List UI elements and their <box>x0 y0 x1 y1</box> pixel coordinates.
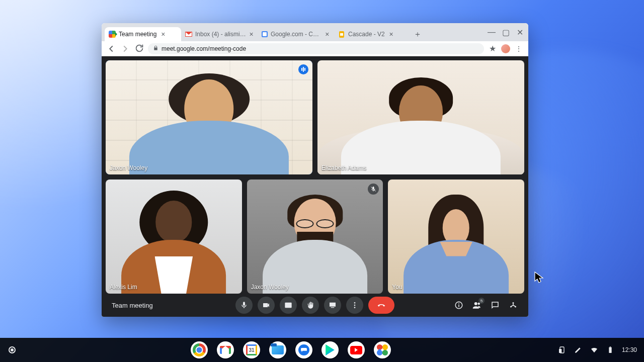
profile-avatar[interactable] <box>501 44 510 53</box>
url-text: meet.google.com/meeting-code <box>162 45 246 52</box>
app-calendar[interactable]: 31 <box>243 341 260 358</box>
chromeos-shelf: 31 12:30 <box>0 338 644 362</box>
raise-hand-button[interactable] <box>302 297 319 314</box>
app-files[interactable] <box>269 341 286 358</box>
present-button[interactable] <box>324 297 341 314</box>
tab-calendar[interactable]: Google.com - Calendar × <box>258 27 334 41</box>
svg-rect-13 <box>559 349 561 353</box>
phone-hub-icon[interactable] <box>557 345 567 354</box>
meet-icon <box>109 31 116 38</box>
svg-point-3 <box>354 307 356 308</box>
browser-toolbar: meet.google.com/meeting-code ★ ⋮ <box>102 41 528 56</box>
more-options-button[interactable] <box>346 297 363 314</box>
app-play-store[interactable] <box>321 341 339 358</box>
meet-controls-bar: Team meeting <box>106 294 524 317</box>
mouse-cursor <box>534 272 544 287</box>
svg-rect-5 <box>458 305 459 307</box>
address-bar[interactable]: meet.google.com/meeting-code <box>148 43 484 54</box>
activities-button[interactable] <box>508 300 518 310</box>
video-tile-self[interactable]: You <box>388 179 524 294</box>
captions-button[interactable] <box>280 297 297 314</box>
people-button[interactable]: 5 <box>472 300 482 310</box>
video-grid: Jaxon Wooley Elizabeth Adams Alexis <box>106 60 524 294</box>
close-icon[interactable]: × <box>325 31 330 38</box>
forward-button[interactable] <box>120 43 131 54</box>
hang-up-button[interactable] <box>368 297 394 314</box>
stylus-icon[interactable] <box>574 345 583 354</box>
tab-cascade[interactable]: Cascade - V2 × <box>334 27 411 41</box>
close-icon[interactable]: × <box>159 31 167 38</box>
participant-name: Alexis Lim <box>110 284 137 291</box>
window-controls: — ▢ ✕ <box>485 23 526 41</box>
tab-label: Cascade - V2 <box>348 31 385 38</box>
meeting-title: Team meeting <box>112 302 153 309</box>
tab-label: Google.com - Calendar <box>271 31 321 38</box>
back-button[interactable] <box>106 43 117 54</box>
close-icon[interactable]: × <box>388 31 395 38</box>
participant-name: You <box>392 284 402 291</box>
participant-count-badge: 5 <box>478 298 485 304</box>
participant-name: Jaxon Wooley <box>110 164 147 171</box>
shelf-apps: 31 <box>24 341 557 358</box>
slides-icon <box>338 31 345 38</box>
svg-point-2 <box>354 305 356 306</box>
participant-name: Elizabeth Adams <box>321 164 366 171</box>
close-icon[interactable]: × <box>249 31 254 38</box>
camera-button[interactable] <box>258 297 275 314</box>
video-tile[interactable]: Elizabeth Adams <box>317 60 524 174</box>
tab-team-meeting[interactable]: Team meeting × <box>105 27 181 41</box>
speaking-indicator-icon <box>298 64 308 74</box>
chat-button[interactable] <box>490 300 500 310</box>
reload-button[interactable] <box>134 43 145 54</box>
video-row: Alexis Lim Jaxon Wooley <box>106 179 524 294</box>
battery-icon <box>606 345 615 354</box>
svg-rect-6 <box>458 303 459 304</box>
video-tile[interactable]: Alexis Lim <box>106 179 242 294</box>
minimize-button[interactable]: — <box>485 26 498 39</box>
mic-button[interactable] <box>235 297 253 314</box>
status-tray[interactable]: 12:30 <box>557 345 644 354</box>
browser-menu-button[interactable]: ⋮ <box>513 43 524 54</box>
lock-icon <box>153 45 158 52</box>
tab-strip: Team meeting × Inbox (4) - alismith@gmai… <box>102 23 528 41</box>
close-window-button[interactable]: ✕ <box>513 26 526 39</box>
app-youtube[interactable] <box>348 341 365 358</box>
bookmark-button[interactable]: ★ <box>487 43 498 54</box>
meet-content: Jaxon Wooley Elizabeth Adams Alexis <box>102 56 528 317</box>
tab-label: Inbox (4) - alismith@gmail.com <box>195 31 246 38</box>
svg-rect-15 <box>610 346 611 347</box>
maximize-button[interactable]: ▢ <box>499 26 512 39</box>
tab-label: Team meeting <box>119 31 156 38</box>
participant-name: Jaxon Wooley <box>251 284 289 291</box>
new-tab-button[interactable]: ＋ <box>411 27 425 41</box>
app-gmail[interactable] <box>217 341 234 358</box>
svg-rect-14 <box>609 347 611 353</box>
launcher-button[interactable] <box>9 346 16 353</box>
video-tile[interactable]: Jaxon Wooley <box>106 60 312 174</box>
calendar-icon <box>262 31 268 38</box>
chrome-window: Team meeting × Inbox (4) - alismith@gmai… <box>102 23 528 317</box>
svg-point-1 <box>354 302 356 304</box>
app-messages[interactable] <box>295 341 312 358</box>
app-chrome[interactable] <box>191 341 208 358</box>
gmail-icon <box>185 31 192 38</box>
meeting-details-button[interactable] <box>454 300 464 310</box>
tab-inbox[interactable]: Inbox (4) - alismith@gmail.com × <box>181 27 258 41</box>
svg-point-7 <box>474 302 477 305</box>
app-photos[interactable] <box>374 341 391 358</box>
svg-point-9 <box>513 302 514 304</box>
video-tile[interactable]: Jaxon Wooley <box>247 179 383 294</box>
wifi-icon <box>590 345 599 354</box>
clock: 12:30 <box>622 346 637 353</box>
